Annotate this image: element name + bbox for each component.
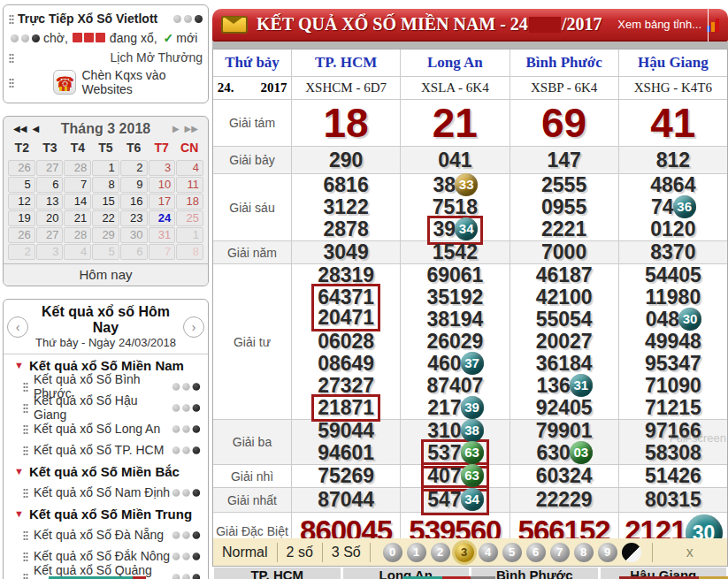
calendar-day[interactable]: 7 [149,244,176,260]
prize-number: 0120 [650,218,695,240]
calendar-day[interactable]: 6 [120,244,148,260]
calendar-day[interactable]: 26 [8,160,35,176]
digit-ball-3[interactable]: 3 [455,543,474,562]
calendar-day[interactable]: 7 [64,177,91,193]
calendar-day[interactable]: 9 [120,177,148,193]
column-header[interactable]: Bình Phước [510,50,618,76]
next-day-button[interactable]: › [183,316,204,338]
day-header: Thứ bảy [213,50,291,76]
calendar-day[interactable]: 14 [64,194,91,210]
calendar-day[interactable]: 2 [8,244,35,260]
calendar-day[interactable]: 30 [120,227,148,243]
calendar-day[interactable]: 5 [8,177,35,193]
digit-ball-6[interactable]: 6 [526,543,546,562]
digit-ball-4[interactable]: 4 [479,543,498,562]
sidebar-link[interactable]: Kết quả xổ Số Long An [4,418,208,439]
calendar-day[interactable]: 23 [120,210,148,226]
calendar-day[interactable]: 16 [120,194,148,210]
calendar-day[interactable]: 26 [8,227,35,243]
digit-ball-8[interactable]: 8 [574,543,594,562]
prize-label: Giải sáu [213,174,291,240]
calendar-day[interactable]: 6 [36,177,64,193]
calendar-day[interactable]: 19 [8,210,35,226]
column-header[interactable]: Long An [400,50,509,76]
calendar-day[interactable]: 2 [120,160,148,176]
result-ball: 36 [673,195,696,218]
prize-number: 87407 [426,375,483,397]
calendar-day[interactable]: 18 [176,194,203,210]
calendar-day[interactable]: 15 [92,194,119,210]
calendar-day[interactable]: 21 [64,210,91,226]
yinyang-ball-icon[interactable] [622,543,641,562]
x-option[interactable]: x [653,545,727,560]
calendar-day[interactable]: 27 [36,160,64,176]
prize-column: 290 [291,147,400,173]
digit-ball-0[interactable]: 0 [383,543,402,562]
calendar-day[interactable]: 20 [36,210,64,226]
region-section[interactable]: ▼Kết quả xổ Số Miền Trung [4,503,208,524]
digit-ball-1[interactable]: 1 [407,543,426,562]
view-province-table-link[interactable]: Xem bảng tỉnh... [617,18,701,31]
calendar-day[interactable]: 24 [149,210,176,226]
filter-mode-1[interactable]: Normal [213,545,277,560]
calendar-title: Tháng 3 2018 [42,121,170,137]
prize-column: 28319643712047106028086492732721871 [291,264,400,419]
calendar-day[interactable]: 28 [64,160,91,176]
column-header[interactable]: Hậu Giang [618,50,727,76]
today-button[interactable]: Hôm nay [4,263,208,286]
prize-label: Giải bảy [213,147,291,173]
widget-link[interactable]: Chèn Kqxs vào Websites [81,68,203,96]
prize-line: 58308 [645,442,701,464]
calendar-day[interactable]: 4 [64,244,91,260]
calendar-day[interactable]: 10 [149,177,176,193]
column-header[interactable]: TP. HCM [291,50,400,76]
calendar-day[interactable]: 8 [176,244,203,260]
calendar-day[interactable]: 25 [176,210,203,226]
calendar-prev-month-icon[interactable]: ◀ [29,124,42,133]
filter-mode-2[interactable]: 2 số [278,545,322,560]
result-ball: 63 [461,464,484,487]
calendar-day[interactable]: 8 [92,177,119,193]
sidebar-link[interactable]: Kết quả xổ Số Hậu Giang [4,397,208,418]
calendar-day[interactable]: 27 [36,227,64,243]
digit-ball-9[interactable]: 9 [598,543,617,562]
digit-ball-5[interactable]: 5 [502,543,522,562]
calendar-day[interactable]: 31 [149,227,176,243]
sidebar-link-label: Kết quả xổ Số TP. HCM [34,443,164,457]
calendar-day[interactable]: 11 [176,177,203,193]
prize-number: 63003 [536,442,591,466]
prev-day-button[interactable]: ‹ [7,316,28,338]
calendar-day[interactable]: 13 [36,194,64,210]
digit-ball-2[interactable]: 2 [431,543,450,562]
prize-column: 54405119800483049948953477109071215 [618,264,727,419]
calendar-day[interactable]: 28 [64,227,91,243]
calendar-day[interactable]: 12 [8,194,35,210]
calendar-next-month-icon[interactable]: ▶ [170,124,182,133]
region-section[interactable]: ▼Kết quả xổ Số Miền Bắc [4,461,208,482]
sidebar-link[interactable]: Kết quả xổ Số TP. HCM [4,439,208,461]
sidebar-link-label: Kết quả xổ Số Long An [34,422,160,436]
filter-mode-3[interactable]: 3 Số [323,545,370,560]
highlighted-number: 64371 [311,284,380,309]
calendar-day[interactable]: 3 [149,160,176,176]
calendar-prev-year-icon[interactable]: ◀◀ [11,124,29,133]
prize-line: 4864 [650,174,695,196]
schedule-link[interactable]: Lịch Mở Thưởng [110,50,203,65]
result-ball: 34 [455,217,478,240]
sidebar-link[interactable]: Kết quả xổ Số Nam Định [4,482,208,503]
result-ball: 31 [570,374,593,397]
calendar-day[interactable]: 17 [149,194,176,210]
calendar-day[interactable]: 1 [92,160,119,176]
calendar-day[interactable]: 29 [92,227,119,243]
calendar-day[interactable]: 5 [92,244,119,260]
digit-ball-7[interactable]: 7 [550,543,570,562]
sidebar-link[interactable]: Kết quả xổ Số Đà Nẵng [4,524,208,545]
calendar-next-year-icon[interactable]: ▶▶ [182,124,201,133]
results-table: Thứ bảyTP. HCMLong AnBình PhướcHậu Giang… [212,49,728,550]
calendar-day[interactable]: 1 [176,227,203,243]
calendar-day[interactable]: 22 [92,210,119,226]
prize-column: 8370 [618,241,727,263]
calendar-day[interactable]: 4 [176,160,203,176]
prize-number: 69061 [426,264,483,286]
calendar-day[interactable]: 3 [36,244,64,260]
